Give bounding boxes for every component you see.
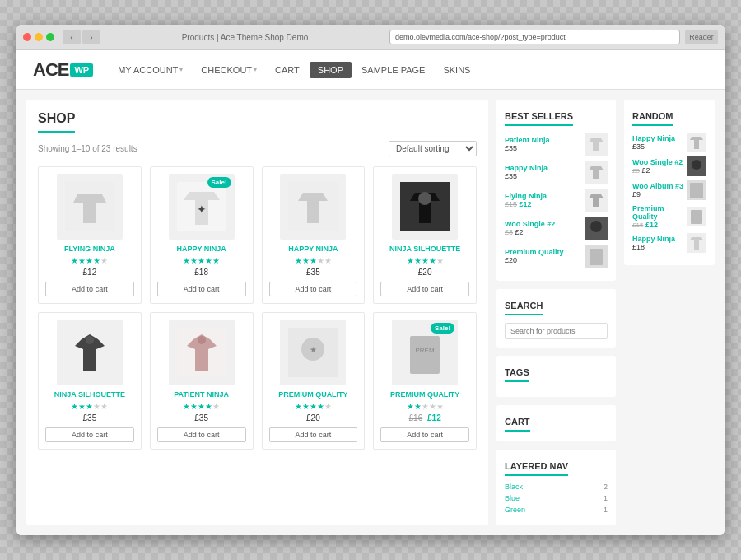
product-thumbnail — [65, 182, 114, 231]
bestseller-name[interactable]: Flying Ninja — [505, 192, 581, 200]
random-title: RANDOM — [632, 111, 673, 126]
tags-title: TAGS — [505, 367, 529, 382]
add-to-cart-button[interactable]: Add to cart — [157, 427, 246, 442]
svg-rect-22 — [590, 249, 603, 265]
bestseller-name[interactable]: Premium Quality — [505, 248, 581, 256]
reader-button[interactable]: Reader — [685, 30, 718, 44]
color-filter[interactable]: Black — [505, 483, 523, 491]
product-price: £20 — [306, 413, 320, 422]
nav-sample-page[interactable]: SAMPLE PAGE — [353, 62, 433, 78]
color-filter[interactable]: Green — [505, 506, 525, 514]
product-card: Sale! PREM PREMIUM QUALITY ★★★★★ £16 £12… — [373, 312, 477, 450]
search-input[interactable] — [505, 323, 608, 339]
list-item: Happy Ninja £35 — [505, 161, 608, 184]
random-price: £3 £2 — [632, 166, 683, 175]
forward-button[interactable]: › — [82, 30, 100, 44]
logo[interactable]: ACE WP — [33, 59, 93, 81]
product-image: Sale! PREM — [392, 320, 458, 385]
random-price: £9 — [632, 190, 683, 198]
svg-rect-27 — [690, 183, 703, 198]
main-content: SHOP Showing 1–10 of 23 results Default … — [26, 100, 488, 525]
random-image — [687, 233, 706, 253]
list-item: Woo Single #2 £3 £2 — [505, 217, 608, 240]
product-image: ★ — [280, 320, 346, 385]
nav-menu: MY ACCOUNT ▾ CHECKOUT ▾ CART SHOP SAMPLE… — [110, 62, 478, 78]
random-price: £18 — [632, 243, 683, 251]
minimize-dot[interactable] — [35, 33, 43, 41]
list-item: Blue 1 — [505, 494, 608, 502]
color-count: 1 — [604, 506, 608, 514]
browser-nav-arrows: ‹ › — [63, 30, 100, 44]
list-item: Woo Album #3 £9 — [632, 180, 706, 200]
product-stars: ★★★★★ — [407, 256, 444, 265]
add-to-cart-button[interactable]: Add to cart — [269, 427, 358, 442]
add-to-cart-button[interactable]: Add to cart — [45, 427, 134, 442]
nav-my-account[interactable]: MY ACCOUNT ▾ — [110, 62, 191, 78]
chevron-down-icon: ▾ — [179, 66, 183, 73]
browser-window: ‹ › Products | Ace Theme Shop Demo demo.… — [16, 25, 725, 535]
svg-point-7 — [86, 336, 94, 344]
add-to-cart-button[interactable]: Add to cart — [380, 427, 469, 442]
nav-cart[interactable]: CART — [267, 62, 308, 78]
product-name: PREMIUM QUALITY — [390, 390, 460, 399]
maximize-dot[interactable] — [46, 33, 54, 41]
random-name[interactable]: Woo Single #2 — [632, 158, 683, 166]
bestseller-name[interactable]: Patient Ninja — [505, 136, 581, 144]
list-item: Premium Quality £15 £12 — [632, 204, 706, 229]
nav-shop[interactable]: SHOP — [310, 62, 352, 78]
svg-text:✦: ✦ — [197, 203, 207, 216]
product-thumbnail: ★ — [288, 328, 338, 377]
color-filter[interactable]: Blue — [505, 494, 520, 502]
bestseller-price: £15 £12 — [505, 200, 581, 208]
random-name[interactable]: Woo Album #3 — [632, 182, 683, 190]
random-list: Happy Ninja £35 Woo Single #2 £3 £2 — [632, 133, 706, 253]
random-name[interactable]: Happy Ninja — [632, 134, 683, 142]
product-price: £12 — [83, 268, 97, 277]
product-card: PATIENT NINJA ★★★★★ £35 Add to cart — [150, 312, 254, 450]
product-price: £20 — [418, 268, 432, 277]
add-to-cart-button[interactable]: Add to cart — [157, 282, 246, 296]
product-stars: ★★★★★ — [295, 256, 332, 265]
nav-skins[interactable]: SKINS — [435, 62, 478, 78]
layered-nav-list: Black 2 Blue 1 Green 1 — [505, 483, 608, 514]
bestseller-name[interactable]: Woo Single #2 — [505, 220, 581, 228]
add-to-cart-button[interactable]: Add to cart — [45, 282, 134, 296]
random-price: £35 — [632, 142, 683, 151]
best-sellers-list: Patient Ninja £35 Happy Ninja £35 — [505, 133, 608, 268]
random-image — [687, 156, 706, 176]
product-image — [57, 174, 123, 240]
product-price: £35 — [83, 413, 97, 422]
back-button[interactable]: ‹ — [63, 30, 81, 44]
shop-meta: Showing 1–10 of 23 results Default sorti… — [38, 141, 477, 156]
bestseller-name[interactable]: Happy Ninja — [505, 164, 581, 172]
add-to-cart-button[interactable]: Add to cart — [269, 282, 358, 296]
best-sellers-title: BEST SELLERS — [505, 111, 573, 126]
random-name[interactable]: Premium Quality — [632, 204, 683, 221]
tags-section: TAGS — [496, 356, 616, 397]
bestseller-image — [585, 133, 608, 156]
product-image — [392, 174, 458, 240]
bestseller-price: £20 — [505, 256, 581, 264]
logo-text: ACE — [33, 59, 68, 81]
product-card: HAPPY NINJA ★★★★★ £35 Add to cart — [262, 166, 366, 304]
product-thumbnail: PREM — [400, 328, 450, 377]
random-image — [687, 133, 706, 152]
product-stars: ★★★★★ — [407, 402, 444, 411]
close-dot[interactable] — [23, 33, 31, 41]
search-title: SEARCH — [505, 301, 543, 315]
svg-rect-14 — [410, 336, 440, 374]
product-image — [57, 320, 123, 385]
product-price: £16 £12 — [409, 413, 441, 422]
address-bar[interactable]: demo.olevmedia.com/ace-shop/?post_type=p… — [389, 30, 680, 44]
add-to-cart-button[interactable]: Add to cart — [380, 282, 469, 296]
product-thumbnail — [288, 182, 338, 231]
product-card: NINJA SILHOUETTE ★★★★★ £20 Add to cart — [373, 166, 477, 304]
nav-checkout[interactable]: CHECKOUT ▾ — [193, 62, 265, 78]
showing-text: Showing 1–10 of 23 results — [38, 144, 137, 153]
list-item: Happy Ninja £18 — [632, 233, 706, 253]
random-name[interactable]: Happy Ninja — [632, 235, 683, 243]
sort-select[interactable]: Default sorting — [389, 141, 477, 156]
layered-nav-section: LAYERED NAV Black 2 Blue 1 Green 1 — [496, 450, 616, 525]
product-price: £18 — [194, 268, 208, 277]
svg-point-25 — [692, 160, 701, 170]
